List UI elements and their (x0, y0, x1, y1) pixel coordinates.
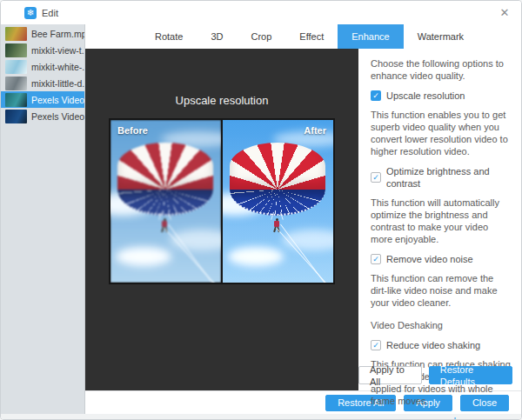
option-description: This function will automatically optimiz… (371, 197, 511, 245)
file-row-mixkit-white[interactable]: mixkit-white-... (1, 58, 84, 75)
tab-3d[interactable]: 3D (197, 24, 237, 49)
apply-to-all-button[interactable]: Apply to All (358, 366, 422, 384)
checkbox-checked-icon[interactable] (371, 254, 381, 264)
tab-watermark[interactable]: Watermark (404, 24, 478, 49)
option-description: This function can remove the dirt-like v… (371, 272, 511, 309)
video-thumbnail (5, 27, 27, 41)
tab-effect[interactable]: Effect (285, 24, 338, 49)
parachute-canopy-top (230, 143, 325, 190)
preview-area: Upscale resolution Before (85, 49, 358, 390)
option-label: Remove video noise (386, 253, 473, 265)
file-row-mixkit-view[interactable]: mixkit-view-t... (1, 42, 84, 58)
edit-dialog: ❄ Edit ✕ Bee Farm.mp4 mixkit-view-t... m… (0, 0, 522, 420)
before-after-comparison: Before (109, 118, 335, 284)
file-list: Bee Farm.mp4 mixkit-view-t... mixkit-whi… (1, 24, 85, 414)
file-row-mixkit-little[interactable]: mixkit-little-d... (1, 75, 84, 91)
before-image: Before (110, 120, 221, 283)
parasail-scene (223, 120, 333, 283)
checkbox-checked-icon[interactable] (371, 340, 381, 350)
file-row-bee-farm[interactable]: Bee Farm.mp4 (1, 25, 84, 42)
panel-intro: Choose the following options to enhance … (371, 57, 511, 82)
checkbox-remove-noise[interactable]: Remove video noise (371, 253, 511, 265)
before-label: Before (117, 125, 148, 136)
video-thumbnail (5, 77, 27, 90)
checkbox-checked-icon[interactable] (371, 172, 381, 183)
checkbox-checked-icon[interactable] (371, 90, 381, 101)
tab-enhance[interactable]: Enhance (338, 24, 403, 49)
tab-crop[interactable]: Crop (237, 24, 285, 49)
option-label: Upscale resolution (386, 90, 465, 102)
option-label: Reduce video shaking (386, 339, 480, 351)
video-deshaking-heading: Video Deshaking (371, 319, 511, 331)
option-label: Optimize brightness and contrast (386, 165, 511, 190)
app-icon: ❄ (24, 7, 37, 19)
video-thumbnail (5, 43, 27, 57)
learn-more-link[interactable]: Learn more... (371, 415, 511, 420)
checkbox-reduce-shaking[interactable]: Reduce video shaking (371, 339, 511, 351)
option-description: This function enables you to get superb … (371, 109, 511, 157)
window-title: Edit (42, 8, 58, 18)
preview-title: Upscale resolution (85, 94, 358, 107)
parasail-scene (110, 120, 221, 283)
video-thumbnail (5, 60, 27, 74)
checkbox-optimize-brightness[interactable]: Optimize brightness and contrast (371, 165, 511, 190)
close-icon[interactable]: ✕ (497, 6, 512, 19)
enhance-options-panel: Choose the following options to enhance … (358, 49, 521, 390)
file-name: mixkit-view-t... (31, 45, 84, 56)
after-image: After (223, 120, 333, 283)
edit-tabs: Rotate 3D Crop Effect Enhance Watermark (85, 24, 521, 49)
restore-defaults-button[interactable]: Restore Defaults (429, 366, 512, 384)
file-name: mixkit-white-... (31, 62, 84, 72)
video-thumbnail (5, 93, 27, 107)
file-row-pexels-2[interactable]: Pexels Videos .. (1, 108, 84, 124)
after-label: After (304, 125, 326, 136)
file-name: Bee Farm.mp4 (31, 29, 84, 39)
parachute-canopy-top (117, 143, 213, 190)
tab-rotate[interactable]: Rotate (141, 24, 197, 49)
file-name: mixkit-little-d... (31, 78, 84, 89)
checkbox-upscale-resolution[interactable]: Upscale resolution (371, 90, 511, 102)
file-name: Pexels Videos .. (31, 95, 84, 105)
video-thumbnail (5, 110, 27, 123)
file-row-pexels-1-selected[interactable]: Pexels Videos .. (1, 91, 84, 108)
file-name: Pexels Videos .. (31, 111, 84, 122)
title-bar: ❄ Edit ✕ (1, 1, 521, 24)
